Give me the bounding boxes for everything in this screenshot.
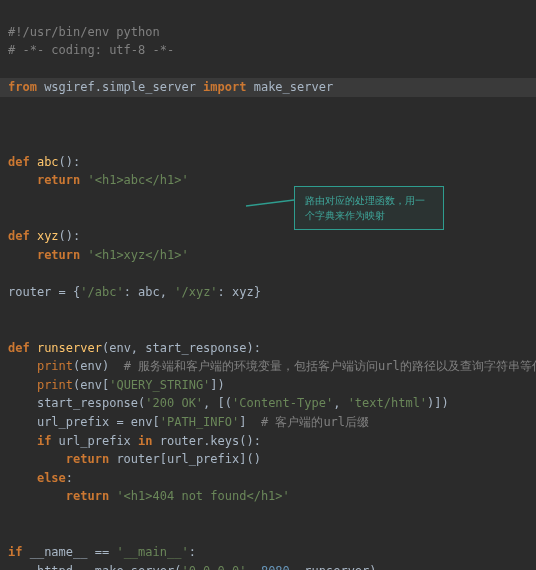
def-abc: def abc(): — [8, 155, 80, 169]
callout-text: 路由对应的处理函数，用一个字典来作为映射 — [305, 195, 425, 221]
shebang-line: #!/usr/bin/env python — [8, 25, 160, 39]
comment-env: # 服务端和客户端的环境变量，包括客户端访问url的路径以及查询字符串等信息 — [124, 359, 536, 373]
router-line: router = {'/abc': abc, '/xyz': xyz} — [8, 285, 261, 299]
import-line: from wsgiref.simple_server import make_s… — [0, 78, 536, 97]
code-editor: #!/usr/bin/env python # -*- coding: utf-… — [0, 0, 536, 570]
comment-pathinfo: # 客户端的url后缀 — [261, 415, 369, 429]
main-guard: if __name__ == '__main__': — [8, 545, 196, 559]
def-xyz: def xyz(): — [8, 229, 80, 243]
def-runserver: def runserver(env, start_response): — [8, 341, 261, 355]
coding-line: # -*- coding: utf-8 -*- — [8, 43, 174, 57]
callout-box: 路由对应的处理函数，用一个字典来作为映射 — [294, 186, 444, 230]
